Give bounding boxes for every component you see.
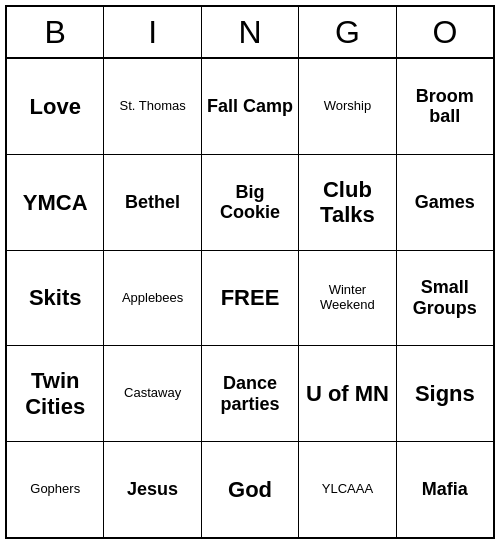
cell-2-3: Winter Weekend [299, 251, 396, 346]
cell-2-1: Applebees [104, 251, 201, 346]
grid-row-0: LoveSt. ThomasFall CampWorshipBroom ball [7, 59, 493, 155]
bingo-card: BINGO LoveSt. ThomasFall CampWorshipBroo… [5, 5, 495, 539]
cell-4-0: Gophers [7, 442, 104, 537]
header-letter-n: N [202, 7, 299, 57]
cell-2-4: Small Groups [397, 251, 493, 346]
cell-2-0: Skits [7, 251, 104, 346]
cell-3-0: Twin Cities [7, 346, 104, 441]
cell-0-1: St. Thomas [104, 59, 201, 154]
cell-2-2: FREE [202, 251, 299, 346]
grid-row-3: Twin CitiesCastawayDance partiesU of MNS… [7, 346, 493, 442]
bingo-header: BINGO [7, 7, 493, 59]
cell-4-4: Mafia [397, 442, 493, 537]
cell-1-2: Big Cookie [202, 155, 299, 250]
cell-4-1: Jesus [104, 442, 201, 537]
cell-0-4: Broom ball [397, 59, 493, 154]
cell-3-3: U of MN [299, 346, 396, 441]
grid-row-4: GophersJesusGodYLCAAAMafia [7, 442, 493, 537]
header-letter-o: O [397, 7, 493, 57]
cell-1-1: Bethel [104, 155, 201, 250]
cell-0-3: Worship [299, 59, 396, 154]
header-letter-g: G [299, 7, 396, 57]
header-letter-b: B [7, 7, 104, 57]
cell-0-0: Love [7, 59, 104, 154]
cell-3-2: Dance parties [202, 346, 299, 441]
header-letter-i: I [104, 7, 201, 57]
bingo-grid: LoveSt. ThomasFall CampWorshipBroom ball… [7, 59, 493, 537]
cell-3-1: Castaway [104, 346, 201, 441]
cell-3-4: Signs [397, 346, 493, 441]
cell-0-2: Fall Camp [202, 59, 299, 154]
cell-4-2: God [202, 442, 299, 537]
grid-row-2: SkitsApplebeesFREEWinter WeekendSmall Gr… [7, 251, 493, 347]
cell-1-3: Club Talks [299, 155, 396, 250]
cell-1-4: Games [397, 155, 493, 250]
grid-row-1: YMCABethelBig CookieClub TalksGames [7, 155, 493, 251]
cell-4-3: YLCAAA [299, 442, 396, 537]
cell-1-0: YMCA [7, 155, 104, 250]
